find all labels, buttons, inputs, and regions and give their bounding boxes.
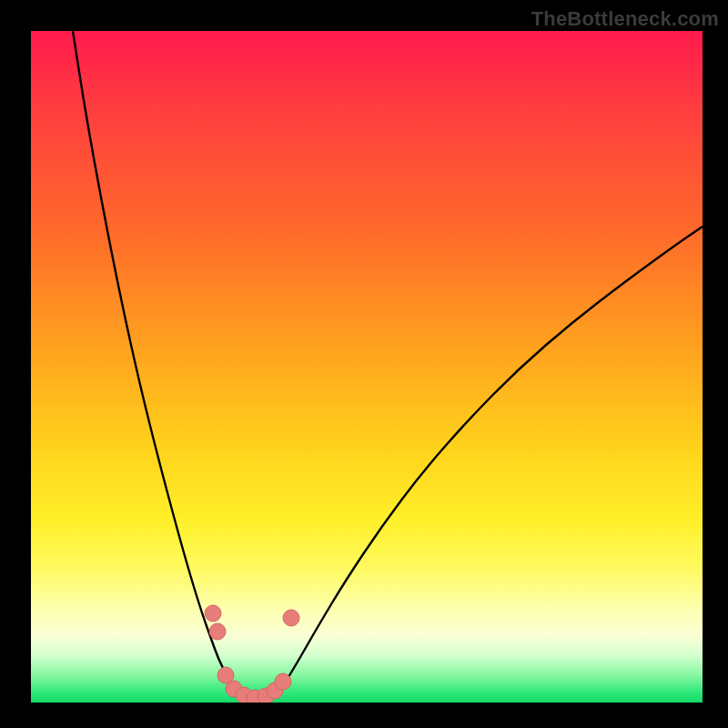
outer-frame: TheBottleneck.com [0, 0, 728, 728]
curve-right [277, 227, 703, 695]
data-marker [205, 605, 221, 622]
curve-left [73, 31, 240, 695]
chart-svg [31, 31, 703, 703]
data-marker [275, 673, 291, 690]
data-marker [283, 610, 299, 626]
marker-group [205, 605, 299, 703]
watermark-text: TheBottleneck.com [531, 7, 719, 31]
curve-group [73, 31, 703, 695]
data-marker [209, 623, 226, 640]
plot-area [31, 31, 703, 703]
